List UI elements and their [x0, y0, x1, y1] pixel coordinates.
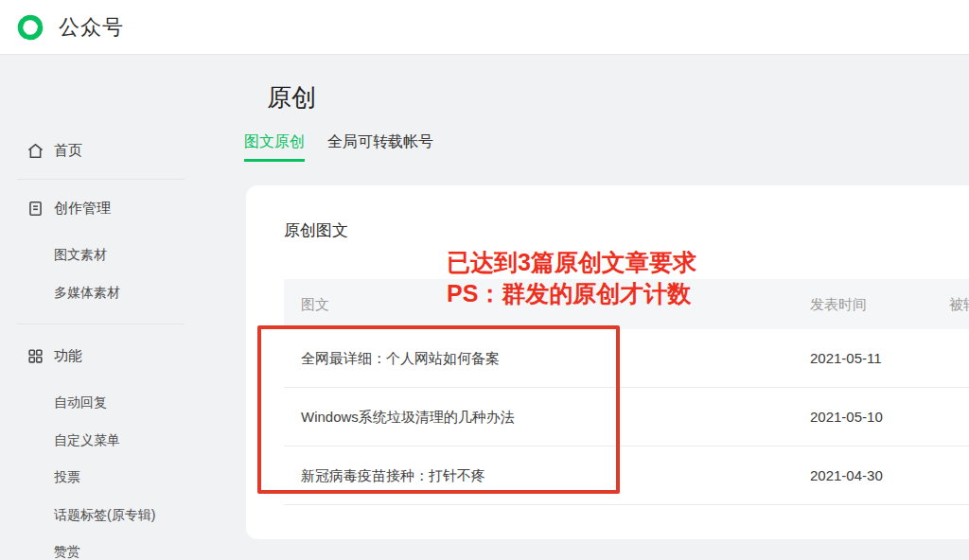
sidebar-item-label: 话题标签(原专辑): [54, 507, 155, 524]
sidebar-divider: [17, 179, 185, 180]
sidebar-item-creation-management[interactable]: 创作管理: [0, 189, 227, 227]
wechat-mp-admin-page: 公众号 首页 创作管理 图文素材 多媒体素材: [0, 0, 969, 560]
sidebar-item-label: 赞赏: [54, 544, 80, 560]
sidebar-item-appreciation[interactable]: 赞赏: [0, 534, 227, 560]
page-title: 原创: [267, 81, 316, 114]
sidebar: 首页 创作管理 图文素材 多媒体素材 功能: [0, 55, 227, 560]
publish-date: 2021-04-30: [810, 446, 883, 505]
sidebar-item-features[interactable]: 功能: [0, 337, 227, 375]
sidebar-item-label: 多媒体素材: [54, 285, 120, 302]
publish-date: 2021-05-11: [810, 329, 882, 388]
sidebar-item-label: 图文素材: [54, 247, 107, 264]
document-icon: [26, 200, 44, 218]
sidebar-item-label: 创作管理: [54, 200, 111, 218]
annotation-line: PS：群发的原创才计数: [447, 278, 696, 309]
sidebar-item-multimedia-material[interactable]: 多媒体素材: [0, 274, 227, 312]
sidebar-item-article-material[interactable]: 图文素材: [0, 236, 227, 274]
column-header-publish-date: 发表时间: [810, 279, 867, 329]
sidebar-item-auto-reply[interactable]: 自动回复: [0, 384, 227, 422]
topbar: 公众号: [0, 0, 969, 55]
sidebar-item-label: 自动回复: [54, 394, 107, 411]
sidebar-item-label: 功能: [54, 347, 82, 365]
column-header-article: 图文: [301, 279, 329, 329]
tab-bar: 图文原创 全局可转载帐号: [244, 134, 433, 162]
sidebar-divider: [17, 324, 185, 324]
annotation-highlight-rectangle: [257, 325, 620, 494]
annotation-text: 已达到3篇原创文章要求 PS：群发的原创才计数: [447, 247, 696, 309]
grid-icon: [26, 347, 44, 365]
home-icon: [26, 142, 44, 160]
sidebar-item-label: 首页: [54, 142, 82, 160]
sidebar-item-voting[interactable]: 投票: [0, 459, 227, 497]
annotation-line: 已达到3篇原创文章要求: [447, 247, 696, 278]
tab-article-original[interactable]: 图文原创: [244, 134, 305, 162]
brand-title: 公众号: [59, 13, 124, 42]
sidebar-item-label: 自定义菜单: [54, 432, 120, 449]
publish-date: 2021-05-10: [810, 388, 883, 446]
sidebar-item-custom-menu[interactable]: 自定义菜单: [0, 422, 227, 460]
wechat-official-account-logo-icon: [13, 10, 47, 44]
sidebar-item-topic-tags[interactable]: 话题标签(原专辑): [0, 497, 227, 534]
tab-global-repost-accounts[interactable]: 全局可转载帐号: [327, 134, 433, 162]
sidebar-item-label: 投票: [54, 469, 80, 486]
card-heading: 原创图文: [284, 219, 348, 241]
sidebar-item-home[interactable]: 首页: [0, 131, 227, 169]
column-header-reposted: 被转载: [949, 279, 969, 329]
